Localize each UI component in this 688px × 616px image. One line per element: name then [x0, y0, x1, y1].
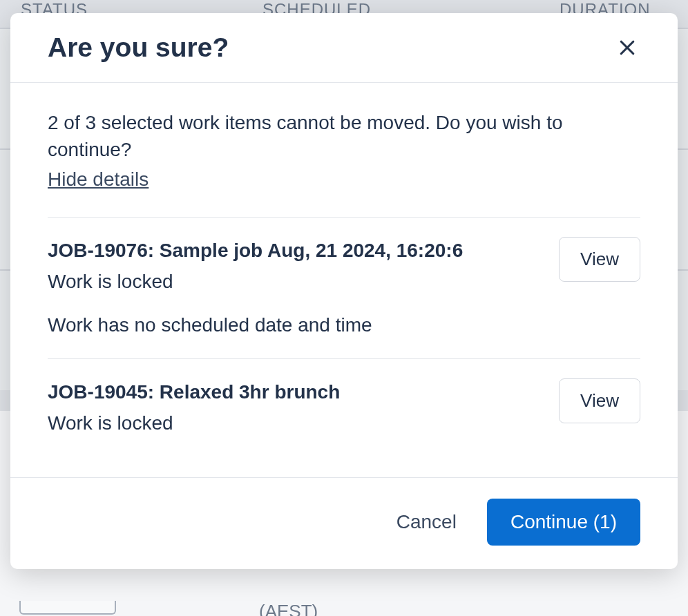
- summary-text: 2 of 3 selected work items cannot be mov…: [48, 109, 640, 163]
- close-icon: [617, 37, 638, 58]
- view-button[interactable]: View: [559, 378, 640, 423]
- item-title: JOB-19076: Sample job Aug, 21 2024, 16:2…: [48, 237, 545, 265]
- item-reason: Work is locked: [48, 410, 545, 438]
- item-title: JOB-19045: Relaxed 3hr brunch: [48, 378, 545, 407]
- item-reason: Work is locked: [48, 268, 545, 296]
- confirm-modal: Are you sure? 2 of 3 selected work items…: [10, 13, 678, 569]
- item-extra: Work has no scheduled date and time: [48, 311, 545, 340]
- modal-footer: Cancel Continue (1): [10, 477, 678, 569]
- continue-button[interactable]: Continue (1): [487, 499, 640, 546]
- hide-details-link[interactable]: Hide details: [48, 169, 149, 191]
- blocked-item: JOB-19045: Relaxed 3hr brunch Work is lo…: [48, 359, 640, 456]
- modal-header: Are you sure?: [10, 13, 678, 83]
- view-button[interactable]: View: [559, 237, 640, 282]
- modal-title: Are you sure?: [48, 32, 229, 63]
- item-text: JOB-19076: Sample job Aug, 21 2024, 16:2…: [48, 237, 545, 339]
- modal-overlay: Are you sure? 2 of 3 selected work items…: [0, 0, 688, 616]
- modal-body: 2 of 3 selected work items cannot be mov…: [10, 83, 678, 477]
- close-button[interactable]: [614, 35, 640, 61]
- cancel-button[interactable]: Cancel: [390, 500, 464, 544]
- blocked-item: JOB-19076: Sample job Aug, 21 2024, 16:2…: [48, 218, 640, 359]
- item-text: JOB-19045: Relaxed 3hr brunch Work is lo…: [48, 378, 545, 437]
